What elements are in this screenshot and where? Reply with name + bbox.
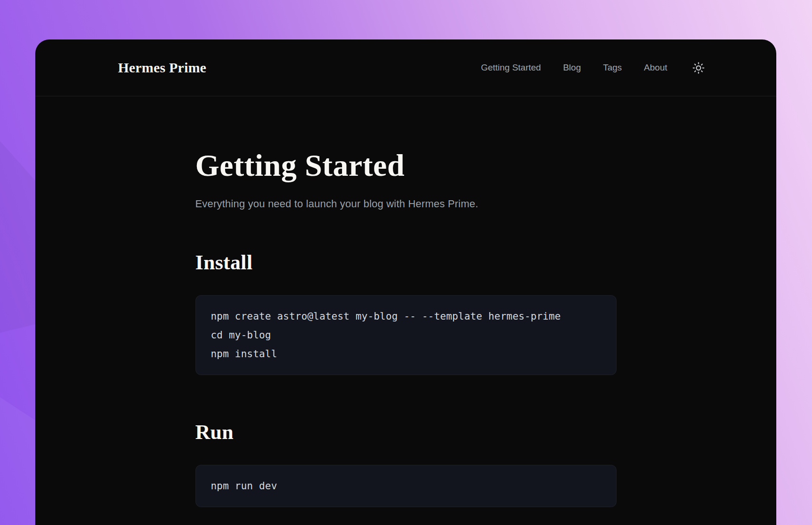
code-line: npm install (211, 345, 601, 363)
code-line: npm create astro@latest my-blog -- --tem… (211, 307, 601, 326)
site-header: Hermes Prime Getting Started Blog Tags A… (35, 39, 776, 96)
page-content: Getting Started Everything you need to l… (195, 96, 617, 507)
site-card: Hermes Prime Getting Started Blog Tags A… (35, 39, 776, 525)
section-heading-run: Run (195, 420, 617, 444)
code-block-install: npm create astro@latest my-blog -- --tem… (195, 295, 617, 375)
section-run: Run npm run dev (195, 420, 617, 507)
theme-toggle-button[interactable] (690, 59, 707, 76)
code-block-run: npm run dev (195, 465, 617, 507)
site-logo[interactable]: Hermes Prime (118, 60, 206, 76)
nav-link-blog[interactable]: Blog (563, 63, 581, 73)
section-install: Install npm create astro@latest my-blog … (195, 251, 617, 375)
page-title: Getting Started (195, 148, 617, 183)
page-subtitle: Everything you need to launch your blog … (195, 198, 617, 210)
section-heading-install: Install (195, 251, 617, 274)
nav-link-about[interactable]: About (644, 63, 667, 73)
code-line: cd my-blog (211, 326, 601, 345)
main-nav: Getting Started Blog Tags About (481, 59, 707, 76)
nav-link-getting-started[interactable]: Getting Started (481, 63, 541, 73)
code-line: npm run dev (211, 477, 601, 495)
sun-icon (692, 62, 705, 74)
nav-link-tags[interactable]: Tags (603, 63, 622, 73)
